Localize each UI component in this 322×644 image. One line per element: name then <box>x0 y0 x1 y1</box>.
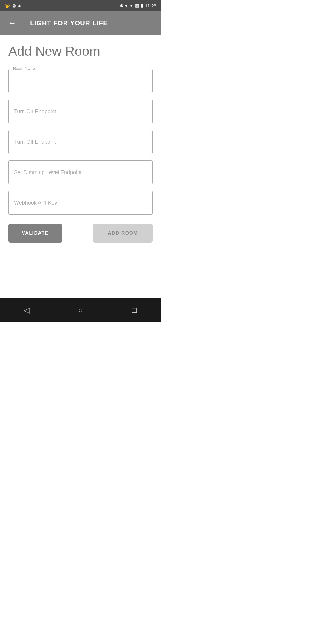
room-name-input[interactable] <box>8 69 153 93</box>
room-name-group: Room Name <box>8 69 153 93</box>
status-bar-right: ✱ ♥ ▼ ▩ ▮ 11:28 <box>120 3 156 8</box>
turn-off-endpoint-group <box>8 130 153 154</box>
buttons-row: VALIDATE ADD ROOM <box>8 224 153 243</box>
nav-back-button[interactable]: ◁ <box>18 301 36 319</box>
webhook-api-key-input[interactable] <box>8 191 153 215</box>
vibrate-icon: ♥ <box>125 3 127 8</box>
turn-on-endpoint-group <box>8 100 153 123</box>
page-title: Add New Room <box>8 44 153 58</box>
turn-off-endpoint-input[interactable] <box>8 130 153 154</box>
main-content: Add New Room Room Name VALIDATE ADD ROOM <box>0 35 161 298</box>
turn-on-endpoint-input[interactable] <box>8 100 153 123</box>
bluetooth-icon: ✱ <box>120 3 123 8</box>
wifi-icon: ▼ <box>129 3 134 8</box>
app-bar-divider <box>24 16 24 31</box>
nav-recent-button[interactable]: □ <box>125 301 143 319</box>
add-room-button[interactable]: ADD ROOM <box>93 224 153 243</box>
dimming-endpoint-input[interactable] <box>8 160 153 184</box>
back-button[interactable]: ← <box>6 17 18 29</box>
nav-home-button[interactable]: ○ <box>72 301 89 319</box>
status-bar: 🤟 ◎ ◈ ✱ ♥ ▼ ▩ ▮ 11:28 <box>0 0 161 11</box>
room-name-label: Room Name <box>12 66 36 71</box>
signal-icon: ▩ <box>135 3 139 8</box>
dimming-endpoint-group <box>8 160 153 184</box>
app-bar: ← LIGHT FOR YOUR LIFE <box>0 11 161 35</box>
diamond-icon: ◈ <box>18 3 21 8</box>
nav-bar: ◁ ○ □ <box>0 298 161 322</box>
status-time: 11:28 <box>145 3 156 8</box>
gesture-icon: 🤟 <box>5 3 10 8</box>
validate-button[interactable]: VALIDATE <box>8 224 62 243</box>
status-bar-left: 🤟 ◎ ◈ <box>5 3 21 8</box>
circle-status-icon: ◎ <box>12 3 16 8</box>
app-bar-title: LIGHT FOR YOUR LIFE <box>30 19 108 27</box>
battery-icon: ▮ <box>141 3 143 8</box>
webhook-api-key-group <box>8 191 153 215</box>
